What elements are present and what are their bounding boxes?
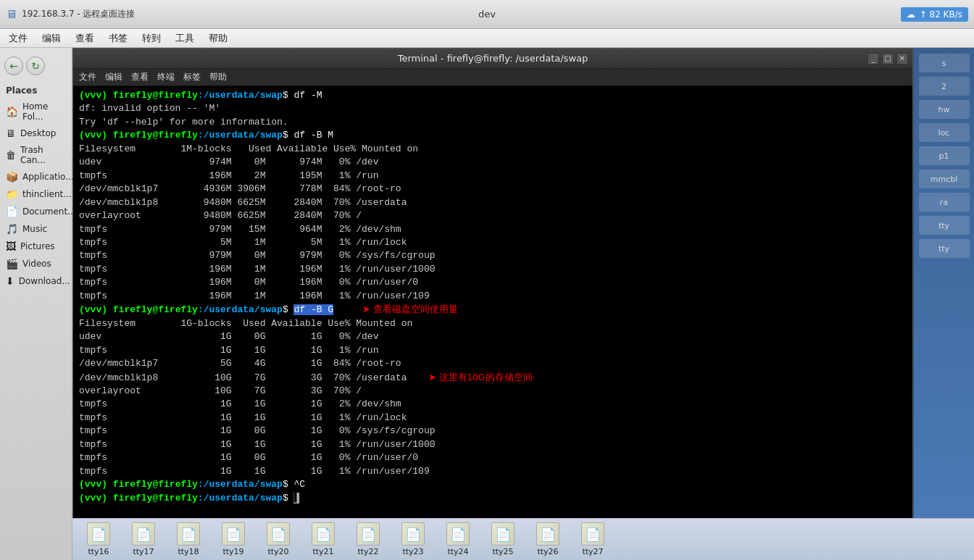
ip-text: 192.168.3.7 - 远程桌面连接 [22,8,135,20]
tty21-label: tty21 [312,547,333,556]
tty19-label: tty19 [222,547,244,556]
tty27-icon: 📄 [581,522,604,546]
terminal-output: (vvv) firefly@firefly:/userdata/swap$ df… [79,89,907,505]
sidebar-item-home[interactable]: 🏠 Home Fol... [0,99,72,125]
tty21-icon: 📄 [312,522,335,546]
music-icon: 🎵 [6,223,18,235]
sidebar-item-thinclient[interactable]: 📁 thinclient... [0,185,72,203]
tty26-icon: 📄 [536,522,559,546]
taskbar-item-tty23[interactable]: 📄 tty23 [393,522,433,556]
tty24-label: tty24 [447,547,468,556]
close-button[interactable]: ✕ [896,53,908,64]
menu-file[interactable]: 文件 [6,30,30,46]
sidebar-item-documents[interactable]: 📄 Document... [0,203,72,220]
tty19-icon: 📄 [222,522,245,546]
tty16-label: tty16 [88,547,109,556]
top-bar: 🖥 192.168.3.7 - 远程桌面连接 dev ☁ ↑ 82 KB/s [0,0,974,29]
filemanager-menubar: 文件 编辑 查看 书签 转到 工具 帮助 [0,29,974,48]
right-panel-item-tty: tty [919,216,970,235]
tty22-icon: 📄 [357,522,380,546]
taskbar-item-tty20[interactable]: 📄 tty20 [258,522,299,556]
taskbar-item-tty25[interactable]: 📄 tty25 [483,522,523,556]
desktop-icon: 🖥 [6,128,16,139]
right-panel-item-2: 2 [919,77,970,96]
main-area: ← ↻ Places 🏠 Home Fol... 🖥 Desktop 🗑 Tra… [0,48,974,560]
back-button[interactable]: ← [4,57,23,75]
menu-view[interactable]: 查看 [72,30,97,46]
right-panel-item-mmcbl: mmcbl [919,170,970,188]
terminal-titlebar: Terminal - firefly@firefly: /userdata/sw… [73,49,912,69]
trash-icon: 🗑 [6,149,16,161]
taskbar-item-tty24[interactable]: 📄 tty24 [438,522,478,556]
pictures-icon: 🖼 [6,241,16,252]
nav-buttons: ← ↻ [0,54,72,78]
right-panel-item-s: s [919,54,970,72]
tty25-icon: 📄 [491,522,515,546]
taskbar: 📄 tty16 📄 tty17 📄 tty18 📄 tty19 📄 tty20 … [72,518,974,560]
tty22-label: tty22 [357,547,378,556]
menu-help[interactable]: 帮助 [206,30,230,46]
tty17-icon: 📄 [132,522,155,546]
menu-tools[interactable]: 工具 [172,30,197,46]
terminal-title: Terminal - firefly@firefly: /userdata/sw… [398,53,588,64]
taskbar-item-tty17[interactable]: 📄 tty17 [123,522,164,556]
thinclient-icon: 📁 [6,188,18,200]
places-label: Places [0,83,72,99]
sidebar-item-pictures[interactable]: 🖼 Pictures [0,238,72,255]
tty23-icon: 📄 [401,522,425,546]
maximize-button[interactable]: □ [882,53,894,64]
tty17-label: tty17 [133,547,154,556]
minimize-button[interactable]: _ [867,53,879,64]
taskbar-item-tty26[interactable]: 📄 tty26 [528,522,568,556]
menu-bookmarks[interactable]: 书签 [106,30,130,46]
terminal-menubar: 文件 编辑 查看 终端 标签 帮助 [73,69,912,86]
tty18-icon: 📄 [177,522,200,546]
right-panel-item-loc: loc [919,123,970,142]
right-panel-item-tty2: tty [919,239,970,258]
sidebar-item-desktop[interactable]: 🖥 Desktop [0,125,72,142]
right-panel-item-p1: p1 [919,146,970,165]
top-bar-title: dev [478,9,496,20]
sidebar-item-music[interactable]: 🎵 Music [0,220,72,238]
cloud-icon: ☁ [907,9,915,20]
tty20-icon: 📄 [267,522,290,546]
sidebar-item-downloads[interactable]: ⬇ Download... [0,272,72,290]
menu-go[interactable]: 转到 [139,30,164,46]
term-menu-help[interactable]: 帮助 [209,71,227,83]
tty20-label: tty20 [267,547,288,556]
right-panel-item-hw: hw [919,100,970,119]
terminal-content[interactable]: (vvv) firefly@firefly:/userdata/swap$ df… [73,86,912,518]
term-menu-file[interactable]: 文件 [79,71,96,83]
terminal-window: Terminal - firefly@firefly: /userdata/sw… [72,48,913,519]
forward-button[interactable]: ↻ [26,57,45,75]
sidebar: ← ↻ Places 🏠 Home Fol... 🖥 Desktop 🗑 Tra… [0,48,72,560]
tty18-label: tty18 [178,547,199,556]
videos-icon: 🎬 [6,258,18,269]
tty23-label: tty23 [402,547,423,556]
taskbar-item-tty21[interactable]: 📄 tty21 [303,522,344,556]
network-icon: 🖥 [6,7,17,21]
sidebar-item-trash[interactable]: 🗑 Trash Can... [0,142,72,168]
applications-icon: 📦 [6,171,18,183]
tty16-icon: 📄 [87,522,110,546]
sidebar-item-applications[interactable]: 📦 Applicatio... [0,168,72,185]
right-panel: s 2 hw loc p1 mmcbl ra tty tty [913,48,974,518]
menu-edit[interactable]: 编辑 [39,30,64,46]
network-speed: ☁ ↑ 82 KB/s [901,7,968,22]
term-menu-terminal[interactable]: 终端 [157,71,175,83]
tty27-label: tty27 [582,547,603,556]
sidebar-item-videos[interactable]: 🎬 Videos [0,255,72,272]
taskbar-item-tty19[interactable]: 📄 tty19 [213,522,254,556]
term-menu-view[interactable]: 查看 [131,71,149,83]
home-icon: 🏠 [6,106,18,117]
taskbar-item-tty18[interactable]: 📄 tty18 [168,522,209,556]
tty26-label: tty26 [537,547,558,556]
tty25-label: tty25 [492,547,513,556]
taskbar-item-tty16[interactable]: 📄 tty16 [78,522,119,556]
taskbar-item-tty27[interactable]: 📄 tty27 [573,522,613,556]
tty24-icon: 📄 [446,522,470,546]
downloads-icon: ⬇ [6,275,14,287]
term-menu-tabs[interactable]: 标签 [183,71,201,83]
term-menu-edit[interactable]: 编辑 [105,71,122,83]
taskbar-item-tty22[interactable]: 📄 tty22 [348,522,388,556]
